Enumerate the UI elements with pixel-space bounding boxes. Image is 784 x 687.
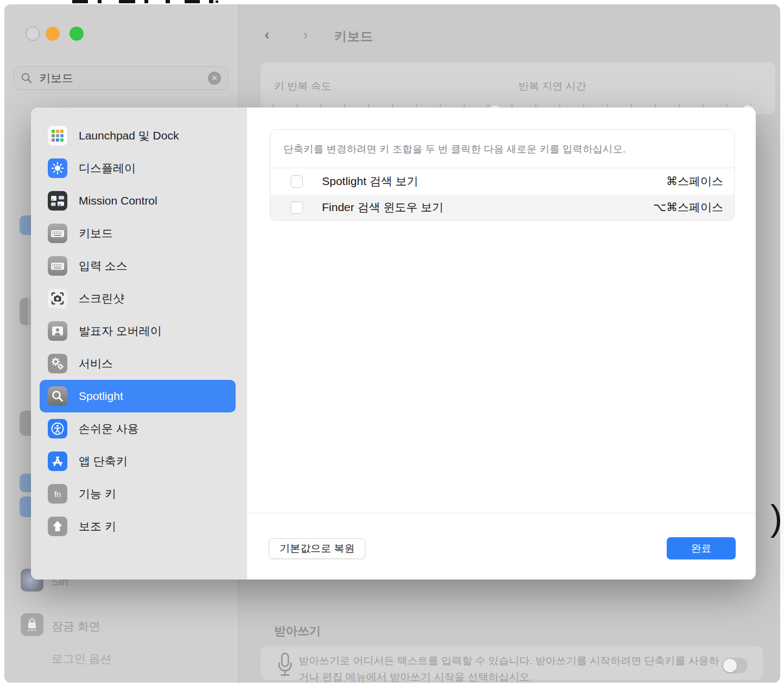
shortcut-keys[interactable]: ⌥⌘스페이스: [653, 200, 723, 215]
app-shortcuts-icon: [48, 451, 67, 471]
sidebar-item-presenter-overlay[interactable]: 발표자 오버레이: [31, 315, 247, 347]
restore-defaults-button[interactable]: 기본값으로 복원: [269, 538, 365, 559]
sidebar-item-spotlight[interactable]: Spotlight: [40, 380, 236, 412]
back-chevron-icon[interactable]: ‹: [264, 26, 269, 43]
shortcut-row-finder-search[interactable]: Finder 검색 윈도우 보기 ⌥⌘스페이스: [270, 194, 734, 220]
key-repeat-panel: 키 반복 속도 반복 지연 시간: [261, 62, 775, 114]
sidebar-item-login-options[interactable]: 로그인 옵션: [52, 651, 112, 666]
sidebar-item-services[interactable]: 서비스: [31, 347, 247, 380]
modifier-keys-icon: [48, 517, 67, 536]
forward-chevron-icon[interactable]: ›: [303, 26, 308, 43]
services-icon: [48, 354, 67, 373]
search-icon: [21, 72, 33, 84]
shortcut-instruction: 단축키를 변경하려면 키 조합을 두 번 클릭한 다음 새로운 키를 입력하십시…: [270, 130, 734, 168]
sidebar-item-app-shortcuts[interactable]: 앱 단축키: [31, 445, 247, 478]
accessibility-icon: [48, 419, 67, 438]
spotlight-search-checkbox[interactable]: [290, 175, 303, 188]
shortcut-detail-pane: 단축키를 변경하려면 키 조합을 두 번 클릭한 다음 새로운 키를 입력하십시…: [247, 107, 756, 580]
dictation-title: 받아쓰기: [274, 623, 321, 639]
sidebar-item-function-keys[interactable]: fn 기능 키: [31, 478, 247, 510]
search-value: 키보드: [39, 71, 208, 86]
keyboard-icon: [48, 224, 67, 243]
screenshot-icon: [48, 289, 67, 308]
shortcut-row-spotlight-search[interactable]: Spotlight 검색 보기 ⌘스페이스: [270, 168, 734, 194]
function-keys-icon: fn: [48, 484, 67, 504]
done-button[interactable]: 완료: [667, 537, 736, 559]
clipped-text-paren: ): [770, 497, 782, 538]
page-title: 키보드: [334, 28, 373, 45]
keyboard-shortcuts-sheet: Launchpad 및 Dock 디스플레이: [31, 107, 756, 580]
sidebar-item-mission-control[interactable]: Mission Control: [31, 185, 247, 217]
sidebar-item-keyboard[interactable]: 키보드: [31, 217, 247, 250]
finder-search-checkbox[interactable]: [290, 201, 303, 214]
shortcuts-panel: 단축키를 변경하려면 키 조합을 두 번 클릭한 다음 새로운 키를 입력하십시…: [270, 129, 735, 221]
lock-screen-icon: [21, 613, 43, 636]
dictation-toggle[interactable]: [722, 658, 748, 673]
microphone-icon: [277, 652, 293, 678]
dictation-description: 받아쓰기로 어디서든 텍스트를 입력할 수 있습니다. 받아쓰기를 시작하려면 …: [299, 653, 728, 683]
dictation-panel: 받아쓰기로 어디서든 텍스트를 입력할 수 있습니다. 받아쓰기를 시작하려면 …: [261, 646, 763, 680]
sidebar-item-launchpad-dock[interactable]: Launchpad 및 Dock: [31, 119, 247, 152]
shortcut-keys[interactable]: ⌘스페이스: [666, 174, 723, 189]
input-sources-icon: [48, 256, 67, 276]
svg-text:fn: fn: [54, 490, 61, 499]
zoom-button[interactable]: [69, 27, 84, 41]
search-input[interactable]: 키보드 ✕: [14, 66, 228, 90]
mission-control-icon: [48, 191, 67, 211]
display-icon: [48, 158, 67, 178]
sidebar-item-lock-screen[interactable]: 잠금 화면: [52, 619, 100, 634]
repeat-delay-label: 반복 지연 시간: [519, 79, 586, 93]
footer-divider: [247, 513, 756, 513]
sidebar-item-input-sources[interactable]: 입력 소스: [31, 250, 247, 282]
key-repeat-rate-label: 키 반복 속도: [274, 79, 332, 93]
presenter-overlay-icon: [48, 321, 67, 341]
spotlight-icon: [48, 386, 67, 406]
toggle-knob: [723, 659, 737, 672]
sidebar-item-modifier-keys[interactable]: 보조 키: [31, 510, 247, 543]
shortcut-categories-list: Launchpad 및 Dock 디스플레이: [31, 107, 247, 580]
launchpad-icon: [48, 126, 67, 145]
sidebar-item-display[interactable]: 디스플레이: [31, 152, 247, 185]
sidebar-item-accessibility[interactable]: 손쉬운 사용: [31, 412, 247, 445]
sidebar-item-screenshot[interactable]: 스크린샷: [31, 282, 247, 315]
minimize-button[interactable]: [46, 27, 60, 41]
close-button[interactable]: [26, 27, 40, 41]
clear-search-icon[interactable]: ✕: [208, 72, 221, 85]
